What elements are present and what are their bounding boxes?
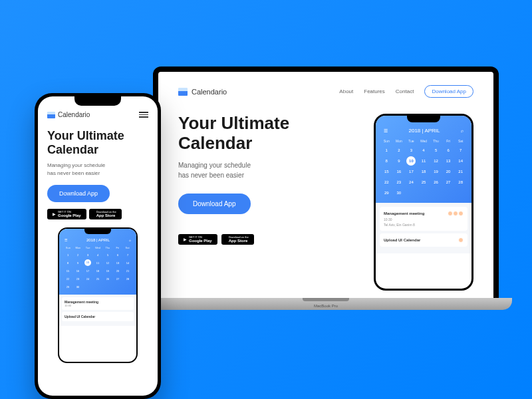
calendar-grid[interactable]: 1234567891011121314151617181920212223242…	[381, 146, 466, 198]
hero-sub-l1: Managing your schedule	[178, 162, 251, 169]
calendar-date[interactable]: 28	[123, 275, 132, 283]
calendar-date[interactable]: 17	[83, 267, 92, 275]
calendar-date[interactable]: 14	[123, 259, 132, 267]
calendar-date[interactable]: 16	[394, 167, 405, 176]
google-play-badge[interactable]: ▶ GET IT ONGoogle Play	[178, 234, 217, 245]
menu-icon[interactable]: ☰	[65, 238, 67, 242]
desktop-nav: About Features Contact Download App	[339, 85, 473, 98]
logo-text: Calendario	[58, 111, 90, 118]
calendar-date[interactable]: 1	[63, 251, 72, 259]
calendar-date[interactable]: 21	[455, 167, 466, 176]
calendar-date[interactable]: 13	[113, 259, 122, 267]
event-item[interactable]: Upload UI Calendar	[380, 233, 467, 247]
calendar-date[interactable]: 30	[394, 188, 405, 198]
calendar-date[interactable]: 25	[418, 178, 430, 187]
calendar-date[interactable]: 2	[73, 251, 82, 259]
calendar-date[interactable]: 11	[93, 259, 102, 267]
event-time: 10:30	[384, 217, 392, 221]
hero-sub-l2: has never been easier	[178, 172, 244, 179]
menu-icon[interactable]: ☰	[384, 128, 388, 134]
hamburger-icon[interactable]	[139, 112, 148, 118]
nav-about[interactable]: About	[339, 88, 353, 94]
event-time: 10:30	[65, 304, 131, 307]
app-store-badge[interactable]: Download on theApp Store	[89, 209, 122, 219]
nav-download-button[interactable]: Download App	[424, 85, 473, 98]
calendar-date[interactable]: 19	[103, 267, 112, 275]
calendar-date[interactable]: 4	[93, 251, 102, 259]
nav-features[interactable]: Features	[364, 88, 385, 94]
calendar-date[interactable]: 20	[443, 167, 454, 176]
calendar-grid[interactable]: 1234567891011121314151617181920212223242…	[63, 251, 132, 291]
calendar-date[interactable]: 19	[430, 167, 442, 176]
logo[interactable]: Calendario	[47, 111, 90, 118]
calendar-date[interactable]: 28	[455, 178, 466, 187]
event-item[interactable]: Upload UI Calendar	[62, 312, 134, 321]
hero-subtitle: Managing your schedule has never been ea…	[47, 162, 148, 176]
laptop-base: MacBook Pro	[140, 298, 512, 310]
calendar-date[interactable]: 10	[84, 259, 91, 266]
calendar-date[interactable]: 8	[381, 156, 392, 166]
search-icon[interactable]: ⌕	[129, 238, 131, 242]
calendar-date[interactable]: 7	[123, 251, 132, 259]
calendar-date[interactable]: 21	[123, 267, 132, 275]
day-wed: Wed	[418, 139, 430, 143]
calendar-date[interactable]: 6	[113, 251, 122, 259]
calendar-date[interactable]: 15	[381, 167, 392, 176]
calendar-date[interactable]: 30	[73, 283, 82, 291]
calendar-date[interactable]: 22	[381, 178, 392, 187]
calendar-date[interactable]: 14	[455, 156, 466, 166]
day-mon: Mon	[394, 139, 405, 143]
calendar-header: ☰ 2018 | APRIL ⌕ Sun Mon Tue Wed Thu Fri	[376, 116, 471, 203]
calendar-date[interactable]: 1	[381, 146, 392, 155]
calendar-date[interactable]: 18	[93, 267, 102, 275]
event-list: Management meeting 10:30 Tel Aviv, Ein G…	[376, 203, 471, 253]
calendar-date[interactable]: 4	[418, 146, 430, 155]
calendar-date[interactable]: 24	[406, 178, 417, 187]
calendar-date[interactable]: 6	[443, 146, 454, 155]
event-item[interactable]: Management meeting10:30	[62, 297, 134, 310]
hero-subtitle: Managing your schedule has never been ea…	[178, 160, 360, 180]
calendar-date[interactable]: 29	[63, 283, 72, 291]
logo-icon	[47, 112, 55, 118]
calendar-date[interactable]: 10	[406, 156, 416, 166]
calendar-date[interactable]: 20	[113, 267, 122, 275]
desktop-header: Calendario About Features Contact Downlo…	[178, 85, 473, 98]
calendar-date[interactable]: 2	[394, 146, 405, 155]
calendar-date[interactable]: 8	[63, 259, 72, 267]
as-name: App Store	[229, 239, 249, 243]
calendar-date[interactable]: 25	[93, 275, 102, 283]
calendar-date[interactable]: 12	[103, 259, 112, 267]
calendar-date[interactable]: 3	[406, 146, 417, 155]
calendar-date[interactable]: 27	[443, 178, 454, 187]
hero-cta-button[interactable]: Download App	[178, 194, 251, 214]
calendar-date[interactable]: 23	[394, 178, 405, 187]
calendar-date[interactable]: 29	[381, 188, 392, 198]
calendar-date[interactable]: 22	[63, 275, 72, 283]
calendar-date[interactable]: 13	[443, 156, 454, 166]
nav-contact[interactable]: Contact	[396, 88, 414, 94]
calendar-date[interactable]: 3	[83, 251, 92, 259]
hero-cta-button[interactable]: Download App	[47, 185, 110, 202]
calendar-date[interactable]: 15	[63, 267, 72, 275]
search-icon[interactable]: ⌕	[461, 128, 464, 133]
calendar-date[interactable]: 26	[103, 275, 112, 283]
calendar-date[interactable]: 23	[73, 275, 82, 283]
logo[interactable]: Calendario	[178, 88, 227, 96]
calendar-date[interactable]: 17	[406, 167, 417, 176]
calendar-date[interactable]: 7	[455, 146, 466, 155]
google-play-badge[interactable]: ▶ GET IT ONGoogle Play	[47, 209, 86, 219]
calendar-date[interactable]: 5	[430, 146, 442, 155]
calendar-date[interactable]: 12	[430, 156, 442, 166]
calendar-date[interactable]: 11	[418, 156, 430, 166]
calendar-date[interactable]: 18	[418, 167, 430, 176]
calendar-date[interactable]: 5	[103, 251, 112, 259]
calendar-date[interactable]: 16	[73, 267, 82, 275]
calendar-date[interactable]: 24	[83, 275, 92, 283]
event-item[interactable]: Management meeting 10:30 Tel Aviv, Ein G…	[380, 207, 467, 231]
hero-sub-l1: Managing your schedule	[47, 162, 105, 168]
app-store-badge[interactable]: Download on theApp Store	[221, 234, 254, 245]
calendar-date[interactable]: 27	[113, 275, 122, 283]
calendar-date[interactable]: 9	[73, 259, 82, 267]
calendar-date[interactable]: 26	[430, 178, 442, 187]
calendar-date[interactable]: 9	[394, 156, 405, 166]
